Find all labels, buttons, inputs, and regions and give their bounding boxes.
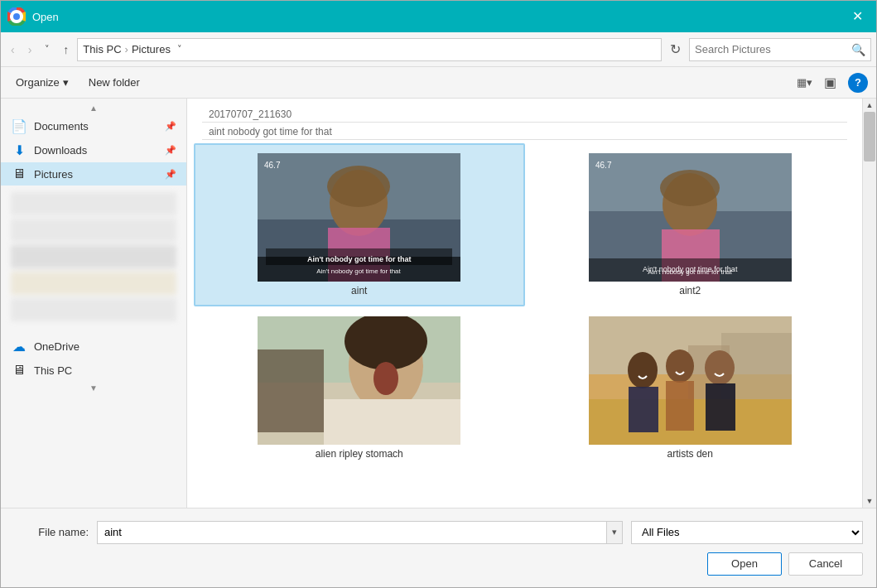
view-buttons: ▦ ▾ ▣ <box>792 71 841 94</box>
section-headers: 20170707_211630 aint nobody got time for… <box>194 105 855 143</box>
onedrive-icon: ☁ <box>11 339 27 354</box>
thispc-icon: 🖥 <box>11 363 27 378</box>
pin-icon-downloads: 📌 <box>165 145 176 156</box>
address-bar: ‹ › ˅ ↑ This PC › Pictures ˅ ↻ 🔍 <box>1 32 876 67</box>
filename-dropdown-btn[interactable]: ▾ <box>607 521 623 544</box>
search-input[interactable] <box>695 43 851 55</box>
refresh-button[interactable]: ↻ <box>665 38 686 60</box>
file-scrollbar[interactable]: ▲ ▼ <box>862 99 876 508</box>
title-bar-left: Open <box>7 7 59 26</box>
organize-button[interactable]: Organize ▾ <box>9 73 75 92</box>
toolbar: Organize ▾ New folder ▦ ▾ ▣ ? <box>1 67 876 99</box>
file-area: 20170707_211630 aint nobody got time for… <box>187 99 862 508</box>
filename-input-wrap: ▾ <box>97 521 623 544</box>
sidebar-blurred-items <box>1 186 186 335</box>
back-button[interactable]: ‹ <box>6 40 20 60</box>
open-dialog: Open ✕ ‹ › ˅ ↑ This PC › Pictures ˅ ↻ 🔍 … <box>0 0 877 588</box>
sidebar-item-documents-label: Documents <box>34 120 89 133</box>
svg-point-13 <box>660 170 720 206</box>
file-item-aint2[interactable]: Ain't nobody got time for that 46.7 aint… <box>525 143 856 306</box>
sidebar-item-onedrive[interactable]: ☁ OneDrive <box>1 335 186 359</box>
scroll-track[interactable] <box>863 112 876 494</box>
svg-rect-23 <box>324 399 460 445</box>
help-button[interactable]: ? <box>848 73 868 93</box>
new-folder-button[interactable]: New folder <box>82 73 147 92</box>
file-thumb-alien <box>258 316 460 445</box>
bottom-row-2: Open Cancel <box>14 552 863 576</box>
sidebar-item-pictures[interactable]: 🖥 Pictures 📌 <box>1 162 186 186</box>
open-button[interactable]: Open <box>707 552 782 576</box>
forward-button[interactable]: › <box>23 40 37 60</box>
view-icon-button[interactable]: ▦ ▾ <box>792 73 817 92</box>
breadcrumb-part1: This PC <box>83 43 121 55</box>
chrome-icon <box>7 7 26 26</box>
sidebar: ▲ 📄 Documents 📌 ⬇ Downloads 📌 🖥 <box>1 99 187 508</box>
breadcrumb[interactable]: This PC › Pictures ˅ <box>77 38 662 61</box>
file-item-alien-ripley[interactable]: alien ripley stomach <box>194 306 525 470</box>
bottom-bar: File name: ▾ All Files Open Cancel <box>1 508 876 587</box>
action-buttons: Open Cancel <box>707 552 863 576</box>
file-grid: Ain't nobody got time for that 46.7 aint <box>194 143 855 470</box>
pin-icon-documents: 📌 <box>165 121 176 132</box>
file-label-artists-den: artists den <box>667 448 713 460</box>
svg-rect-15 <box>589 258 792 282</box>
search-box: 🔍 <box>689 38 871 61</box>
svg-text:46.7: 46.7 <box>264 161 281 170</box>
organize-caret: ▾ <box>63 76 69 89</box>
bottom-row-1: File name: ▾ All Files <box>14 521 863 544</box>
filetype-wrap: All Files <box>631 521 863 544</box>
breadcrumb-sep1: › <box>125 43 128 55</box>
sidebar-item-thispc[interactable]: 🖥 This PC <box>1 359 186 382</box>
file-label-alien-ripley: alien ripley stomach <box>316 448 403 460</box>
file-item-aint[interactable]: Ain't nobody got time for that 46.7 aint <box>194 143 525 306</box>
search-icon[interactable]: 🔍 <box>851 43 865 56</box>
section-header-1: 20170707_211630 <box>202 105 847 123</box>
downloads-icon: ⬇ <box>11 142 27 158</box>
svg-point-5 <box>327 166 390 207</box>
sidebar-item-downloads[interactable]: ⬇ Downloads 📌 <box>1 138 186 162</box>
sidebar-scroll-up[interactable]: ▲ <box>1 102 186 114</box>
filename-label: File name: <box>14 526 89 538</box>
scroll-down-arrow[interactable]: ▼ <box>864 494 876 508</box>
dropdown-recent-button[interactable]: ˅ <box>40 41 55 58</box>
breadcrumb-part2: Pictures <box>132 43 171 55</box>
breadcrumb-dropdown[interactable]: ˅ <box>174 44 186 55</box>
documents-icon: 📄 <box>11 118 27 134</box>
panel-icon: ▣ <box>824 75 836 90</box>
filetype-select[interactable]: All Files <box>631 521 863 544</box>
panel-button[interactable]: ▣ <box>819 71 841 94</box>
file-label-aint2: aint2 <box>679 285 701 296</box>
sidebar-item-downloads-label: Downloads <box>34 144 87 157</box>
filename-input[interactable] <box>97 521 607 544</box>
svg-text:46.7: 46.7 <box>595 161 612 170</box>
file-label-aint: aint <box>351 285 367 296</box>
svg-point-30 <box>628 352 658 388</box>
svg-rect-35 <box>706 383 735 431</box>
up-button[interactable]: ↑ <box>58 40 74 60</box>
view-caret: ▾ <box>807 76 812 89</box>
svg-point-34 <box>705 350 735 385</box>
svg-text:Ain't nobody got time for that: Ain't nobody got time for that <box>648 268 732 276</box>
organize-label: Organize <box>16 76 60 89</box>
file-item-artists-den[interactable]: artists den <box>525 306 856 470</box>
scroll-thumb[interactable] <box>864 112 875 161</box>
view-icon: ▦ <box>797 76 807 89</box>
scroll-up-arrow[interactable]: ▲ <box>864 99 876 112</box>
file-thumb-aint2: Ain't nobody got time for that 46.7 <box>589 153 792 282</box>
sidebar-item-documents[interactable]: 📄 Documents 📌 <box>1 114 186 138</box>
svg-rect-20 <box>258 349 324 432</box>
pin-icon-pictures: 📌 <box>165 169 176 180</box>
sidebar-item-thispc-label: This PC <box>34 364 72 377</box>
cancel-button[interactable]: Cancel <box>788 552 863 576</box>
sidebar-scroll-down[interactable]: ▼ <box>1 382 186 394</box>
section-header-2: aint nobody got time for that <box>202 123 847 140</box>
close-button[interactable]: ✕ <box>846 7 870 27</box>
svg-rect-31 <box>629 387 658 432</box>
new-folder-label: New folder <box>89 76 140 89</box>
svg-point-32 <box>666 349 694 383</box>
svg-point-24 <box>373 362 398 395</box>
sidebar-item-onedrive-label: OneDrive <box>34 340 80 353</box>
dialog-title: Open <box>32 11 59 23</box>
sidebar-item-pictures-label: Pictures <box>34 168 73 181</box>
svg-point-1 <box>13 13 20 20</box>
